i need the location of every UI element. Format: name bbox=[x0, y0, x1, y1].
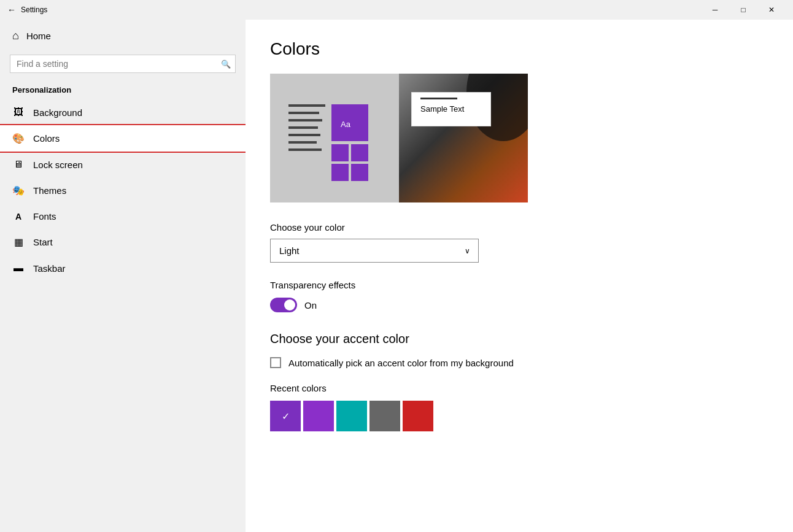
minimize-button[interactable]: ─ bbox=[701, 0, 729, 20]
svg-rect-13 bbox=[351, 164, 368, 181]
home-icon: ⌂ bbox=[12, 29, 19, 42]
background-icon: 🖼 bbox=[12, 107, 25, 118]
transparency-label: Transparency effects bbox=[270, 280, 768, 290]
svg-rect-3 bbox=[288, 119, 322, 121]
auto-pick-label: Automatically pick an accent color from … bbox=[288, 358, 514, 368]
start-icon: ▦ bbox=[12, 236, 25, 248]
toggle-state-label: On bbox=[304, 300, 317, 310]
toggle-row: On bbox=[270, 298, 768, 312]
taskbar-icon: ▬ bbox=[12, 263, 25, 274]
sidebar-label-themes: Themes bbox=[33, 185, 66, 196]
auto-pick-checkbox[interactable] bbox=[270, 357, 281, 368]
sidebar-label-start: Start bbox=[33, 237, 53, 247]
home-label: Home bbox=[26, 31, 51, 41]
window-controls: ─ □ ✕ bbox=[701, 0, 786, 20]
app-title: Settings bbox=[21, 6, 701, 14]
sidebar-label-fonts: Fonts bbox=[33, 211, 56, 222]
svg-text:Aa: Aa bbox=[341, 120, 351, 129]
page-title: Colors bbox=[270, 39, 768, 59]
content-area: Colors Aa bbox=[246, 20, 793, 532]
section-title: Personalization bbox=[0, 80, 246, 99]
swatch-0[interactable]: ✓ bbox=[270, 401, 301, 431]
sidebar-item-home[interactable]: ⌂ Home bbox=[0, 20, 246, 52]
recent-colors-label: Recent colors bbox=[270, 383, 768, 393]
maximize-button[interactable]: □ bbox=[729, 0, 757, 20]
sidebar-item-themes[interactable]: 🎭 Themes bbox=[0, 177, 246, 204]
sidebar-label-lock-screen: Lock screen bbox=[33, 160, 83, 170]
transparency-toggle[interactable] bbox=[270, 298, 297, 312]
svg-rect-6 bbox=[288, 141, 317, 144]
sidebar-item-start[interactable]: ▦ Start bbox=[0, 229, 246, 255]
preview-left: Aa bbox=[270, 74, 405, 202]
sidebar: ⌂ Home 🔍 Personalization 🖼 Background 🎨 … bbox=[0, 20, 246, 532]
auto-pick-row: Automatically pick an accent color from … bbox=[270, 357, 768, 368]
choose-color-label: Choose your color bbox=[270, 222, 768, 233]
color-dropdown[interactable]: Light Dark Custom bbox=[270, 239, 479, 263]
sample-text-bar bbox=[420, 98, 457, 99]
sidebar-label-taskbar: Taskbar bbox=[33, 263, 66, 274]
color-dropdown-wrapper: Light Dark Custom ∨ bbox=[270, 239, 479, 263]
toggle-knob bbox=[284, 299, 295, 310]
fonts-icon: A bbox=[12, 212, 25, 222]
titlebar: ← Settings ─ □ ✕ bbox=[0, 0, 793, 20]
search-input[interactable] bbox=[10, 55, 236, 73]
svg-rect-12 bbox=[331, 164, 349, 181]
sidebar-item-background[interactable]: 🖼 Background bbox=[0, 99, 246, 125]
svg-rect-2 bbox=[288, 112, 319, 114]
search-container: 🔍 bbox=[10, 55, 236, 73]
svg-rect-10 bbox=[331, 144, 349, 161]
svg-rect-4 bbox=[288, 126, 318, 129]
preview-left-svg: Aa bbox=[270, 74, 405, 202]
close-button[interactable]: ✕ bbox=[757, 0, 786, 20]
svg-rect-11 bbox=[351, 144, 368, 161]
app-body: ⌂ Home 🔍 Personalization 🖼 Background 🎨 … bbox=[0, 20, 793, 532]
sidebar-item-colors[interactable]: 🎨 Colors bbox=[0, 125, 246, 152]
back-button[interactable]: ← bbox=[7, 5, 16, 15]
search-icon: 🔍 bbox=[221, 60, 231, 69]
sidebar-label-background: Background bbox=[33, 107, 82, 118]
sample-text: Sample Text bbox=[420, 104, 482, 114]
sample-text-box: Sample Text bbox=[411, 92, 491, 126]
lock-screen-icon: 🖥 bbox=[12, 159, 25, 170]
swatch-check-0: ✓ bbox=[282, 411, 290, 422]
swatch-4[interactable] bbox=[403, 401, 433, 431]
svg-rect-7 bbox=[288, 148, 322, 151]
sidebar-label-colors: Colors bbox=[33, 133, 60, 144]
swatch-3[interactable] bbox=[369, 401, 400, 431]
color-swatches: ✓ bbox=[270, 401, 768, 431]
color-preview: Aa bbox=[270, 74, 528, 202]
sidebar-item-taskbar[interactable]: ▬ Taskbar bbox=[0, 255, 246, 281]
sidebar-item-lock-screen[interactable]: 🖥 Lock screen bbox=[0, 152, 246, 177]
accent-color-title: Choose your accent color bbox=[270, 332, 768, 346]
themes-icon: 🎭 bbox=[12, 185, 25, 196]
svg-rect-5 bbox=[288, 134, 320, 136]
swatch-2[interactable] bbox=[336, 401, 367, 431]
sidebar-item-fonts[interactable]: A Fonts bbox=[0, 204, 246, 229]
swatch-1[interactable] bbox=[303, 401, 334, 431]
colors-icon: 🎨 bbox=[12, 133, 25, 144]
svg-rect-1 bbox=[288, 104, 325, 107]
